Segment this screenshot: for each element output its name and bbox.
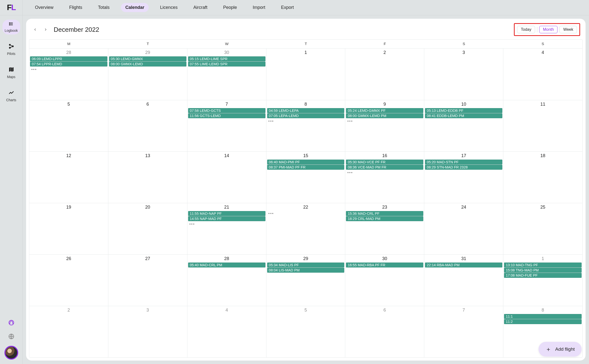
day-cell[interactable]: 13 (108, 151, 187, 203)
calendar-event[interactable]: 08:41 EDDB-LEMD PM (425, 113, 502, 118)
day-cell[interactable]: 12 (29, 151, 108, 203)
day-cell[interactable]: 3122:14 RBA-MAD PM (424, 254, 503, 306)
day-cell[interactable]: 1005:13 LEMD-EDDB PF08:41 EDDB-LEMD PM (424, 100, 503, 151)
calendar-event[interactable]: 05:20 MAD-STN PF (425, 160, 502, 165)
calendar-event[interactable]: 05:13 LEMD-EDDB PF (425, 108, 502, 113)
calendar-event[interactable]: 11:1 (504, 314, 582, 319)
calendar-event[interactable]: 06:09 LEMD-LPPR (30, 56, 107, 61)
sidebar-item-charts[interactable]: Charts (2, 88, 20, 104)
calendar-event[interactable]: 08:00 GMMX-LEMD PM (346, 113, 423, 118)
day-cell[interactable]: 1605:30 MAD-VCE PF FR08:36 VCE-MAD PM FR… (345, 151, 424, 203)
day-cell[interactable]: 2905:34 MAD-LIS PF08:04 LIS-MAD PM (266, 254, 345, 306)
month-view-button[interactable]: Month (539, 26, 557, 33)
day-cell[interactable]: 3005:15 LEMD-LIME SPR07:55 LIME-LEMD SPR (187, 49, 266, 100)
avatar[interactable] (4, 346, 18, 360)
day-cell[interactable]: 7 (424, 306, 503, 357)
nav-item-totals[interactable]: Totals (94, 3, 114, 12)
next-month-button[interactable] (42, 26, 49, 33)
calendar-event[interactable]: 11:2 (504, 319, 582, 324)
today-button[interactable]: Today (517, 26, 535, 33)
day-cell[interactable]: 905:24 LEMD-GMMX PF08:00 GMMX-LEMD PM••• (345, 100, 424, 151)
day-cell[interactable]: 5 (266, 306, 345, 357)
more-events-icon[interactable]: ••• (346, 170, 424, 175)
calendar-event[interactable]: 18:29 CRL-MAD PM (346, 216, 423, 221)
calendar-event[interactable]: 07:05 LEPA-LEMD (267, 113, 344, 118)
day-cell[interactable]: 6 (345, 306, 424, 357)
calendar-event[interactable]: 08:29 STN-MAD FR 2328 (425, 165, 502, 170)
day-cell[interactable]: 2 (29, 306, 108, 357)
day-cell[interactable]: 2905:30 LEMD-GMMX08:00 GMMX-LEMD (108, 49, 187, 100)
sidebar-item-pilots[interactable]: Pilots (2, 41, 20, 58)
more-events-icon[interactable]: ••• (267, 118, 345, 124)
day-cell[interactable]: 3016:55 MAD-RBA PF FR (345, 254, 424, 306)
nav-item-people[interactable]: People (219, 3, 241, 12)
nav-item-import[interactable]: Import (248, 3, 270, 12)
day-cell[interactable]: 20 (108, 203, 187, 254)
calendar-event[interactable]: 15:08 TNG-MAD PM (504, 268, 582, 273)
nav-item-flights[interactable]: Flights (65, 3, 87, 12)
day-cell[interactable]: 19 (29, 203, 108, 254)
logo[interactable]: FL (0, 0, 23, 15)
calendar-event[interactable]: 22:14 RBA-MAD PM (425, 263, 502, 267)
calendar-event[interactable]: 17:08 MAD-FUE PF (504, 273, 582, 278)
calendar-event[interactable]: 05:30 MAD-VCE PF FR (346, 160, 423, 165)
calendar-event[interactable]: 11:56 GCTS-LEMD (188, 113, 265, 118)
sidebar-item-logbook[interactable]: Logbook (2, 20, 20, 34)
day-cell[interactable]: 2806:09 LEMD-LPPR07:54 LPPR-LEMD••• (29, 49, 108, 100)
globe-icon[interactable] (7, 332, 16, 341)
nav-item-aircraft[interactable]: Aircraft (189, 3, 212, 12)
day-cell[interactable]: 707:58 LEMD-GCTS11:56 GCTS-LEMD (187, 100, 266, 151)
day-cell[interactable]: 14 (187, 151, 266, 203)
more-events-icon[interactable]: ••• (267, 211, 345, 216)
calendar-event[interactable]: 08:37 PMI-MAD PF FR (267, 165, 344, 170)
nav-item-export[interactable]: Export (277, 3, 298, 12)
day-cell[interactable]: 4 (187, 306, 266, 357)
day-cell[interactable]: 22••• (266, 203, 345, 254)
day-cell[interactable]: 11 (503, 100, 582, 151)
prev-month-button[interactable] (32, 26, 39, 33)
day-cell[interactable]: 24 (424, 203, 503, 254)
calendar-event[interactable]: 07:55 LIME-LEMD SPR (188, 62, 265, 66)
calendar-event[interactable]: 13:10 MAD-TNG PF (504, 263, 582, 267)
calendar-event[interactable]: 06:40 MAD-PMI PF (267, 160, 344, 165)
day-cell[interactable]: 3 (424, 49, 503, 100)
more-events-icon[interactable]: ••• (188, 221, 266, 227)
calendar-event[interactable]: 08:36 VCE-MAD PM FR (346, 165, 423, 170)
day-cell[interactable]: 5 (29, 100, 108, 151)
day-cell[interactable]: 3 (108, 306, 187, 357)
calendar-event[interactable]: 08:04 LIS-MAD PM (267, 268, 344, 273)
calendar-event[interactable]: 05:24 LEMD-GMMX PF (346, 108, 423, 113)
more-events-icon[interactable]: ••• (346, 118, 424, 124)
day-cell[interactable]: 27 (108, 254, 187, 306)
sidebar-item-maps[interactable]: Maps (2, 65, 20, 81)
day-cell[interactable]: 2805:40 MAD-CRL PM (187, 254, 266, 306)
calendar-event[interactable]: 11:55 MAD-NAP PF (188, 211, 265, 216)
day-cell[interactable]: 4 (503, 49, 582, 100)
day-cell[interactable]: 2315:36 MAD-CRL PF18:29 CRL-MAD PM (345, 203, 424, 254)
calendar-event[interactable]: 05:40 MAD-CRL PM (188, 263, 265, 267)
nav-item-overview[interactable]: Overview (31, 3, 58, 12)
day-cell[interactable]: 2 (345, 49, 424, 100)
day-cell[interactable]: 6 (108, 100, 187, 151)
day-cell[interactable]: 18 (503, 151, 582, 203)
day-cell[interactable]: 113:10 MAD-TNG PF15:08 TNG-MAD PM17:08 M… (503, 254, 582, 306)
calendar-event[interactable]: 16:55 MAD-RBA PF FR (346, 263, 423, 267)
add-flight-button[interactable]: ＋ Add flight (539, 342, 582, 357)
week-view-button[interactable]: Week (559, 26, 577, 33)
day-cell[interactable]: 1 (266, 49, 345, 100)
calendar-event[interactable]: 04:59 LEMD-LEPA (267, 108, 344, 113)
calendar-event[interactable]: 07:54 LPPR-LEMD (30, 62, 107, 66)
calendar-event[interactable]: 15:36 MAD-CRL PF (346, 211, 423, 216)
nav-item-calendar[interactable]: Calendar (121, 3, 149, 12)
calendar-event[interactable]: 05:30 LEMD-GMMX (109, 56, 186, 61)
calendar-event[interactable]: 05:34 MAD-LIS PF (267, 263, 344, 267)
nav-item-licences[interactable]: Licences (156, 3, 182, 12)
day-cell[interactable]: 804:59 LEMD-LEPA07:05 LEPA-LEMD••• (266, 100, 345, 151)
day-cell[interactable]: 26 (29, 254, 108, 306)
day-cell[interactable]: 1705:20 MAD-STN PF08:29 STN-MAD FR 2328 (424, 151, 503, 203)
calendar-event[interactable]: 07:58 LEMD-GCTS (188, 108, 265, 113)
day-cell[interactable]: 2111:55 MAD-NAP PF14:55 NAP-MAD PF••• (187, 203, 266, 254)
day-cell[interactable]: 25 (503, 203, 582, 254)
calendar-event[interactable]: 05:15 LEMD-LIME SPR (188, 56, 265, 61)
more-events-icon[interactable]: ••• (30, 67, 108, 72)
